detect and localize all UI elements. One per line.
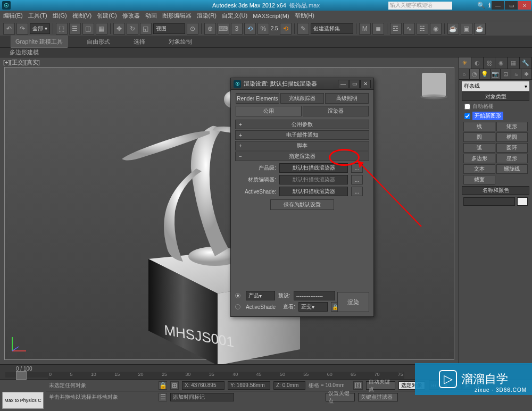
hierarchy-tab-icon[interactable]: ⛓ (484, 57, 496, 69)
target-dropdown[interactable]: 产品 ▾ (246, 291, 275, 300)
schematic-icon[interactable]: ☵ (417, 23, 428, 35)
y-coord[interactable]: Y: 1699.56mm (228, 381, 270, 390)
key-icon[interactable]: ⚿ (353, 381, 363, 390)
filter-dropdown[interactable]: 全部 ▾ (30, 23, 50, 34)
utilities-tab-icon[interactable]: 🔧 (520, 57, 532, 69)
create-tab-icon[interactable]: ✳ (459, 57, 471, 69)
percent-snap-icon[interactable]: % (257, 23, 269, 35)
scale-icon[interactable]: ◱ (140, 23, 152, 35)
rollout-object-type[interactable]: 对象类型 (462, 93, 529, 101)
activeshade-choose-button[interactable]: ... (351, 187, 363, 196)
systems-subtab-icon[interactable]: ✱ (521, 69, 532, 79)
rollout-assign-renderer[interactable]: −指定渲染器 (235, 152, 369, 161)
auto-key-button[interactable]: 自动关键点 (366, 381, 395, 390)
menu-customize[interactable]: 自定义(U) (222, 12, 247, 20)
object-color-swatch[interactable] (517, 197, 528, 206)
coord-display-icon[interactable]: ⊞ (170, 381, 179, 390)
ribbon-tab-freeform[interactable]: 自由形式 (82, 36, 114, 47)
modify-tab-icon[interactable]: ◐ (471, 57, 484, 69)
script-listener-icon[interactable]: ☰ (159, 393, 167, 401)
close-button[interactable]: ✕ (518, 1, 531, 10)
rollout-scripts[interactable]: +脚本 (235, 141, 369, 150)
key-filter-button[interactable]: 关键点过滤器 (358, 393, 398, 401)
btn-arc[interactable]: 弧 (463, 143, 495, 153)
select-icon[interactable]: ⬚ (56, 23, 68, 35)
btn-star[interactable]: 星形 (496, 154, 528, 163)
save-default-button[interactable]: 保存为默认设置 (270, 199, 334, 210)
preset-dropdown[interactable]: --------------- (294, 291, 335, 300)
viewport-label[interactable]: [+][正交][真实] (3, 58, 40, 66)
named-selset-dropdown[interactable]: 创建选择集 (311, 23, 353, 34)
manipulate-icon[interactable]: ⊕ (204, 23, 216, 35)
viewcube-icon[interactable] (422, 73, 446, 97)
tab-renderer[interactable]: 渲染器 (303, 106, 369, 116)
spinner-snap-icon[interactable]: ⟲ (280, 23, 292, 35)
set-key-button[interactable]: 设置关键点 (326, 393, 355, 401)
btn-helix[interactable]: 螺旋线 (496, 164, 528, 174)
mirror-icon[interactable]: M (359, 23, 371, 35)
search-icon[interactable]: 🔍 (477, 2, 485, 9)
max-physics-button[interactable]: Max to Physics C (2, 392, 44, 409)
editset-icon[interactable]: ✎ (297, 23, 309, 35)
add-time-tag[interactable]: 添加时间标记 (170, 393, 234, 401)
display-tab-icon[interactable]: ▦ (508, 57, 520, 69)
select-name-icon[interactable]: ☰ (69, 23, 81, 35)
curve-editor-icon[interactable]: ∿ (403, 23, 415, 35)
btn-donut[interactable]: 圆环 (496, 143, 528, 153)
viewport[interactable]: MHSJS001 MHS (4, 67, 454, 360)
lock-selection-icon[interactable]: 🔒 (159, 381, 167, 390)
tab-render-elements[interactable]: Render Elements (236, 93, 279, 104)
dialog-titlebar[interactable]: ⦿ 渲染设置: 默认扫描线渲染器 — ▭ ✕ (231, 78, 373, 90)
render-button[interactable]: 渲染 (337, 292, 369, 312)
ribbon-tab-graphite[interactable]: Graphite 建模工具 (11, 36, 68, 48)
angle-snap-icon[interactable]: ⟲ (244, 23, 256, 35)
dialog-maximize-button[interactable]: ▭ (349, 80, 360, 88)
menu-modifiers[interactable]: 修改器 (122, 12, 140, 20)
btn-rectangle[interactable]: 矩形 (496, 122, 528, 131)
info-icon[interactable]: ℹ (488, 2, 491, 9)
menu-maxscript[interactable]: MAXScript(M) (253, 13, 289, 19)
rollout-name-color[interactable]: 名称和颜色 (462, 186, 529, 195)
snap-icon[interactable]: 3 (231, 23, 243, 35)
tab-adv-lighting[interactable]: 高级照明 (325, 93, 369, 104)
tab-raytracer[interactable]: 光线跟踪器 (280, 93, 324, 104)
menu-edit[interactable]: 编辑(E) (3, 12, 23, 20)
view-dropdown[interactable]: 正交 ▾ (298, 302, 328, 312)
motion-tab-icon[interactable]: ◉ (495, 57, 508, 69)
menu-tools[interactable]: 工具(T) (28, 12, 47, 20)
btn-text[interactable]: 文本 (463, 164, 495, 174)
shapes-subtab-icon[interactable]: ◔ (470, 69, 480, 79)
dialog-minimize-button[interactable]: — (338, 80, 348, 88)
material-editor-icon[interactable]: ◉ (430, 23, 442, 35)
tab-common[interactable]: 公用 (236, 106, 302, 116)
render-setup-icon[interactable]: ☕ (447, 23, 459, 35)
menu-rendering[interactable]: 渲染(R) (197, 12, 217, 20)
menu-help[interactable]: 帮助(H) (295, 12, 314, 20)
align-icon[interactable]: ≣ (372, 23, 384, 35)
radio-product[interactable] (235, 293, 240, 298)
pivot-icon[interactable]: ⊙ (187, 23, 198, 35)
radio-activeshade[interactable] (235, 304, 240, 309)
select-region-icon[interactable]: ◫ (82, 23, 94, 35)
btn-ngon[interactable]: 多边形 (463, 154, 495, 163)
ribbon-tab-selection[interactable]: 选择 (129, 36, 149, 47)
ribbon-tab-paint[interactable]: 对象绘制 (164, 36, 196, 47)
menu-grapheditors[interactable]: 图形编辑器 (162, 12, 192, 20)
btn-section[interactable]: 截面 (463, 175, 495, 184)
time-ruler[interactable]: 051015202530354045505560657075 (48, 372, 404, 379)
redo-icon[interactable]: ↷ (16, 23, 28, 35)
autogrid-checkbox[interactable] (464, 104, 470, 110)
cameras-subtab-icon[interactable]: 📷 (491, 69, 501, 79)
helpers-subtab-icon[interactable]: ⊡ (501, 69, 511, 79)
menu-view[interactable]: 视图(V) (72, 12, 92, 20)
help-search-input[interactable]: 输入关键字或短语 (388, 2, 452, 10)
dialog-close-button[interactable]: ✕ (360, 80, 371, 88)
x-coord[interactable]: X: 43760.895 (182, 381, 225, 390)
move-icon[interactable]: ✥ (113, 23, 125, 35)
undo-icon[interactable]: ↶ (3, 23, 15, 35)
rollout-email[interactable]: +电子邮件通知 (235, 130, 369, 140)
window-crossing-icon[interactable]: ▦ (96, 23, 107, 35)
production-choose-button[interactable]: ... (351, 163, 363, 173)
render-icon[interactable]: ☕ (474, 23, 486, 35)
menu-create[interactable]: 创建(C) (97, 12, 117, 20)
